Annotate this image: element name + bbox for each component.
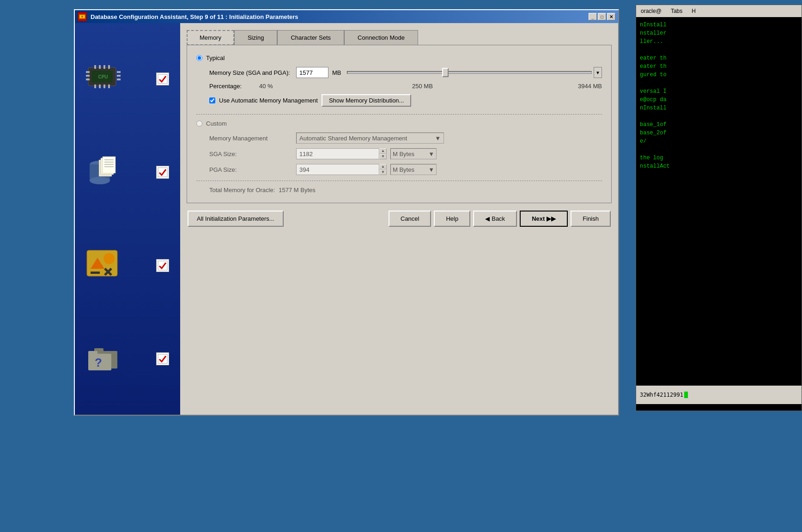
sga-increment-button[interactable]: ▲ bbox=[379, 148, 387, 154]
tab-character-sets[interactable]: Character Sets bbox=[277, 30, 344, 45]
pga-spinner: ▲ ▼ bbox=[296, 164, 387, 175]
app-icon bbox=[78, 12, 87, 21]
svg-rect-15 bbox=[94, 85, 96, 88]
slider-dropdown-arrow[interactable]: ▼ bbox=[594, 67, 602, 78]
memory-size-row: Memory Size (SGA and PGA): MB ▼ bbox=[196, 67, 602, 78]
svg-rect-12 bbox=[99, 65, 101, 69]
memory-mgmt-row: Memory Management Automatic Shared Memor… bbox=[196, 133, 602, 144]
tabs-container: Memory Sizing Character Sets Connection … bbox=[187, 30, 612, 45]
percentage-row: Percentage: 40 % 250 MB 3944 MB bbox=[196, 83, 602, 90]
terminal-line-17: the log bbox=[640, 154, 798, 162]
custom-label[interactable]: Custom bbox=[206, 120, 227, 127]
tab-sizing[interactable]: Sizing bbox=[234, 30, 277, 45]
close-button[interactable]: ✕ bbox=[607, 13, 615, 20]
minimize-button[interactable]: _ bbox=[589, 13, 597, 20]
terminal-line-14: base_2of bbox=[640, 129, 798, 137]
terminal-line-4 bbox=[640, 46, 798, 54]
nav-buttons: Cancel Help ◀ Back Next ▶▶ Finish bbox=[389, 211, 611, 227]
main-window: Database Configuration Assistant, Step 9… bbox=[74, 9, 619, 416]
amm-label[interactable]: Use Automatic Memory Management bbox=[219, 97, 318, 104]
custom-radio-row: Custom bbox=[196, 120, 602, 127]
terminal-line-18: nstallAct bbox=[640, 162, 798, 170]
cancel-button[interactable]: Cancel bbox=[389, 211, 431, 227]
percentage-value: 250 MB bbox=[412, 83, 440, 90]
pga-decrement-button[interactable]: ▼ bbox=[379, 169, 387, 175]
terminal-input-line: 32Whf42112991 bbox=[640, 392, 688, 398]
terminal-line-13: base_1of bbox=[640, 121, 798, 129]
terminal-input-area: 32Whf42112991 bbox=[636, 386, 802, 404]
percentage-max: 3944 MB bbox=[565, 83, 602, 90]
titlebar-controls: _ □ ✕ bbox=[589, 13, 615, 20]
panel-item-help: ? bbox=[86, 343, 169, 375]
sga-spinner-btns: ▲ ▼ bbox=[379, 148, 387, 159]
svg-rect-9 bbox=[117, 75, 121, 77]
svg-rect-42 bbox=[88, 351, 97, 355]
terminal-topbar: oracle@ Tabs H bbox=[636, 5, 802, 17]
tab-connection-mode[interactable]: Connection Mode bbox=[344, 30, 418, 45]
memory-unit-label: MB bbox=[332, 69, 341, 76]
total-memory-row: Total Memory for Oracle: 1577 M Bytes bbox=[196, 187, 602, 193]
custom-radio[interactable] bbox=[196, 121, 202, 127]
maximize-button[interactable]: □ bbox=[598, 13, 606, 20]
dropdown-arrow-icon: ▼ bbox=[435, 135, 441, 142]
all-init-params-button[interactable]: All Initialization Parameters... bbox=[188, 211, 284, 227]
tab-content-memory: Typical Memory Size (SGA and PGA): MB ▼ bbox=[187, 45, 612, 203]
pga-size-row: PGA Size: ▲ ▼ M Bytes ▼ bbox=[196, 164, 602, 175]
svg-rect-44 bbox=[158, 354, 167, 363]
terminal-line-16 bbox=[640, 145, 798, 154]
tabs-area: Memory Sizing Character Sets Connection … bbox=[180, 23, 618, 203]
memory-mgmt-dropdown[interactable]: Automatic Shared Memory Management ▼ bbox=[296, 133, 444, 144]
typical-label[interactable]: Typical bbox=[206, 54, 225, 61]
svg-rect-17 bbox=[103, 85, 105, 88]
svg-rect-11 bbox=[94, 65, 96, 69]
terminal-tabs-label[interactable]: Tabs bbox=[671, 8, 682, 14]
next-arrow-icon: ▶▶ bbox=[547, 215, 556, 222]
pga-increment-button[interactable]: ▲ bbox=[379, 164, 387, 169]
terminal-input-value: 32Whf42112991 bbox=[640, 392, 683, 398]
memory-size-input[interactable] bbox=[296, 67, 328, 78]
percentage-min: 40 % bbox=[259, 83, 287, 90]
svg-text:?: ? bbox=[95, 356, 102, 369]
amm-checkbox-row: Use Automatic Memory Management Show Mem… bbox=[196, 94, 602, 107]
back-button[interactable]: ◀ Back bbox=[473, 211, 517, 227]
sga-size-input[interactable] bbox=[296, 148, 379, 159]
percentage-label: Percentage: bbox=[209, 83, 255, 90]
amm-checkbox[interactable] bbox=[209, 97, 215, 103]
separator-2 bbox=[196, 181, 602, 181]
checkmark-badge-3 bbox=[156, 259, 169, 272]
checkmark-badge-4 bbox=[156, 352, 169, 365]
memory-slider[interactable] bbox=[347, 71, 592, 74]
sga-decrement-button[interactable]: ▼ bbox=[379, 154, 387, 159]
terminal-line-9: versal I bbox=[640, 87, 798, 96]
svg-rect-26 bbox=[103, 157, 115, 173]
slider-area: ▼ bbox=[345, 67, 602, 78]
total-memory-label: Total Memory for Oracle: bbox=[209, 187, 275, 193]
sga-unit-arrow-icon: ▼ bbox=[428, 151, 434, 157]
typical-radio-row: Typical bbox=[196, 54, 602, 61]
terminal-line-5: eater th bbox=[640, 54, 798, 62]
window-body: CPU bbox=[75, 23, 618, 415]
svg-rect-7 bbox=[86, 79, 90, 80]
sga-unit-dropdown[interactable]: M Bytes ▼ bbox=[390, 148, 437, 159]
memory-size-label: Memory Size (SGA and PGA): bbox=[209, 69, 292, 76]
terminal-h-label[interactable]: H bbox=[692, 8, 696, 14]
bottom-bar: All Initialization Parameters... Cancel … bbox=[180, 203, 618, 234]
memory-mgmt-label: Memory Management bbox=[209, 135, 292, 142]
window-title: Database Configuration Assistant, Step 9… bbox=[91, 13, 298, 20]
svg-rect-8 bbox=[117, 71, 121, 73]
next-button[interactable]: Next ▶▶ bbox=[520, 211, 568, 227]
tab-memory[interactable]: Memory bbox=[187, 30, 234, 45]
pga-size-label: PGA Size: bbox=[209, 166, 292, 173]
panel-item-shapes bbox=[86, 249, 169, 282]
show-distribution-button[interactable]: Show Memory Distribution... bbox=[322, 94, 412, 107]
pga-unit-dropdown[interactable]: M Bytes ▼ bbox=[390, 164, 437, 175]
terminal-line-2: nstaller bbox=[640, 29, 798, 37]
typical-radio[interactable] bbox=[196, 55, 202, 61]
terminal-cursor bbox=[684, 392, 688, 398]
pga-spinner-btns: ▲ ▼ bbox=[379, 164, 387, 175]
help-button[interactable]: Help bbox=[434, 211, 470, 227]
svg-rect-31 bbox=[158, 168, 167, 177]
finish-button[interactable]: Finish bbox=[571, 211, 611, 227]
pga-size-input[interactable] bbox=[296, 164, 379, 175]
svg-rect-20 bbox=[158, 74, 167, 84]
